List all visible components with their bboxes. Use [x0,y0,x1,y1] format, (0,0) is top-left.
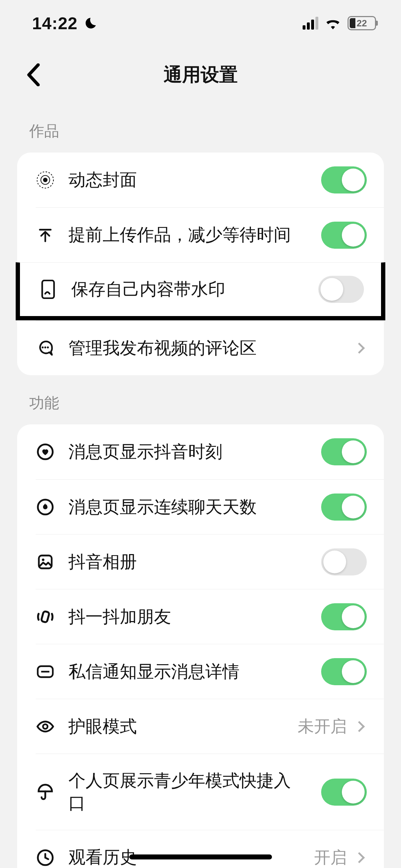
chevron-right-icon [354,852,365,863]
row-douyin-album[interactable]: 抖音相册 [36,534,384,589]
svg-point-14 [43,724,48,729]
row-value: 未开启 [298,715,347,738]
svg-point-4 [42,346,43,348]
chevron-right-icon [354,342,365,353]
toggle-teen-shortcut[interactable] [321,779,367,806]
svg-rect-3 [42,280,54,298]
row-label: 观看历史 [68,831,300,868]
toggle-save-watermark[interactable] [318,276,364,303]
card-works: 动态封面 提前上传作品，减少等待时间 保存自己内容带水印 [17,153,384,375]
svg-point-5 [44,346,46,348]
row-dm-detail[interactable]: 私信通知显示消息详情 [36,644,384,699]
row-eye-care[interactable]: 护眼模式 未开启 [36,699,384,754]
row-label: 提前上传作品，减少等待时间 [68,208,308,262]
row-manage-comments[interactable]: 管理我发布视频的评论区 [36,320,384,375]
image-icon [36,552,55,572]
row-label: 抖音相册 [68,535,308,589]
chat-ellipsis-icon [36,339,55,358]
row-label: 护眼模式 [68,700,284,753]
umbrella-icon [36,782,55,802]
clock-icon [36,848,55,867]
card-features: 消息页显示抖音时刻 消息页显示连续聊天天数 抖音相册 [17,424,384,868]
row-show-chat-streak[interactable]: 消息页显示连续聊天天数 [36,479,384,534]
status-right: 22 [303,16,376,30]
row-watch-history[interactable]: 观看历史 开启 [36,830,384,868]
status-bar: 14:22 22 [0,0,401,46]
chevron-right-icon [354,721,365,732]
row-label: 保存自己内容带水印 [71,263,305,316]
row-teen-shortcut[interactable]: 个人页展示青少年模式快捷入口 [36,754,384,830]
wifi-icon [325,17,341,30]
row-label: 消息页显示抖音时刻 [68,425,308,479]
toggle-douyin-album[interactable] [321,548,367,575]
status-time: 14:22 [32,14,78,33]
phone-watermark-icon [38,280,58,299]
row-show-moments[interactable]: 消息页显示抖音时刻 [36,424,384,479]
toggle-show-chat-streak[interactable] [321,494,367,521]
message-detail-icon [36,662,55,681]
toggle-show-moments[interactable] [321,438,367,465]
home-indicator[interactable] [129,854,272,859]
toggle-dynamic-cover[interactable] [321,166,367,193]
row-label: 个人页展示青少年模式快捷入口 [68,754,308,830]
heart-circle-icon [36,442,55,461]
row-dynamic-cover[interactable]: 动态封面 [36,153,384,207]
row-save-watermark[interactable]: 保存自己内容带水印 [16,262,385,320]
back-button[interactable] [21,62,46,87]
section-label-works: 作品 [0,103,401,153]
status-left: 14:22 [32,14,98,33]
target-icon [36,170,55,190]
toggle-shake-friends[interactable] [321,603,367,630]
battery-percent: 22 [357,18,367,29]
eye-icon [36,717,55,736]
svg-point-10 [42,558,44,561]
row-shake-friends[interactable]: 抖一抖加朋友 [36,589,384,644]
row-label: 消息页显示连续聊天天数 [68,480,308,534]
toggle-dm-detail[interactable] [321,658,367,685]
row-label: 管理我发布视频的评论区 [68,321,342,375]
upload-arrow-icon [36,226,55,245]
svg-point-2 [43,178,47,182]
row-pre-upload[interactable]: 提前上传作品，减少等待时间 [36,207,384,262]
battery-indicator: 22 [348,16,376,30]
row-value: 开启 [314,847,347,868]
page-title: 通用设置 [164,62,238,87]
toggle-pre-upload[interactable] [321,222,367,249]
row-label: 抖一抖加朋友 [68,590,308,644]
do-not-disturb-icon [83,16,98,30]
svg-rect-9 [39,556,52,568]
row-label: 私信通知显示消息详情 [68,645,308,698]
flame-circle-icon [36,497,55,517]
svg-rect-11 [41,611,50,622]
nav-header: 通用设置 [0,46,401,103]
row-label: 动态封面 [68,153,308,207]
cellular-signal-icon [303,17,318,30]
shake-icon [36,607,55,626]
section-label-features: 功能 [0,375,401,424]
svg-point-6 [47,346,49,348]
chevron-left-icon [26,63,40,86]
